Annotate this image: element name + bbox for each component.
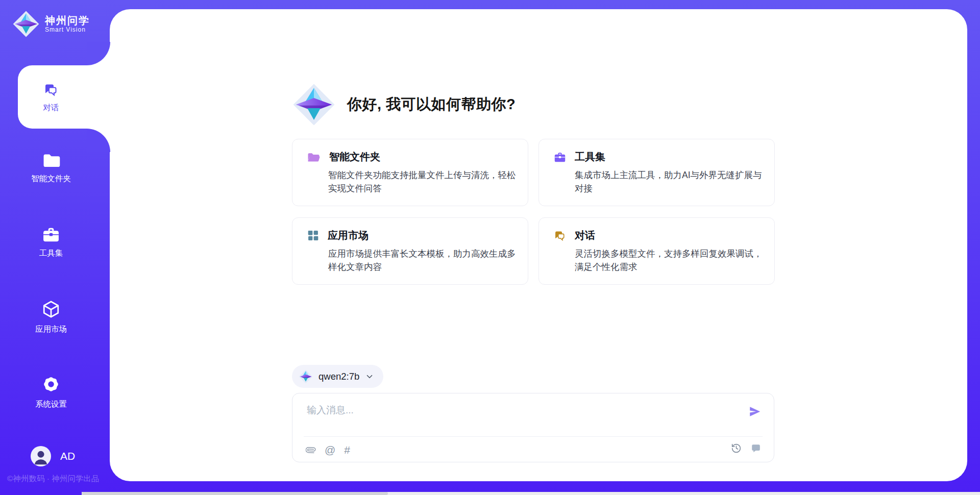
copyright-footer: ©神州数码 · 神州问学出品 xyxy=(7,474,99,484)
chat-bubble-icon[interactable] xyxy=(750,442,762,454)
toolbox-icon xyxy=(41,225,61,243)
chat-icon xyxy=(43,82,59,98)
hash-icon[interactable]: # xyxy=(344,442,350,458)
sidebar-item-app-market[interactable]: 应用市场 xyxy=(0,299,102,335)
sidebar-item-label: 系统设置 xyxy=(35,399,67,410)
card-smart-folder[interactable]: 智能文件夹 智能文件夹功能支持批量文件上传与清洗，轻松实现文件问答 xyxy=(292,139,528,206)
card-title: 智能文件夹 xyxy=(329,150,380,164)
sidebar-item-settings[interactable]: 系统设置 xyxy=(0,374,102,410)
card-description: 集成市场上主流工具，助力AI与外界无缝扩展与对接 xyxy=(575,168,770,195)
mention-icon[interactable]: @ xyxy=(325,442,335,458)
history-icon[interactable] xyxy=(731,443,742,454)
assistant-gem-icon xyxy=(292,83,336,127)
user-profile[interactable]: AD xyxy=(31,446,75,466)
user-name: AD xyxy=(60,450,75,462)
toolbox-icon xyxy=(553,151,567,163)
card-description: 智能文件夹功能支持批量文件上传与清洗，轻松实现文件问答 xyxy=(328,168,523,195)
sidebar-item-toolset[interactable]: 工具集 xyxy=(0,225,102,259)
composer-divider xyxy=(304,436,763,437)
sidebar-item-label: 对话 xyxy=(43,103,59,113)
grid-icon xyxy=(307,229,320,242)
sidebar-item-label: 智能文件夹 xyxy=(31,174,71,184)
folder-open-icon xyxy=(307,151,321,163)
paperclip-icon[interactable] xyxy=(306,444,316,456)
card-description: 应用市场提供丰富长文本模板，助力高效生成多样化文章内容 xyxy=(328,247,523,274)
brand-gem-icon xyxy=(12,10,40,38)
model-selector[interactable]: qwen2:7b xyxy=(292,365,383,388)
brand-name: 神州问学 xyxy=(45,15,90,26)
sidebar-item-smart-folder[interactable]: 智能文件夹 xyxy=(0,152,102,184)
greeting-block: 你好, 我可以如何帮助你? xyxy=(292,83,516,127)
scrollbar-thumb[interactable] xyxy=(82,492,388,495)
brand-logo: 神州问学 Smart Vision xyxy=(12,10,90,38)
user-icon xyxy=(31,446,51,466)
folder-icon xyxy=(41,152,61,169)
card-description: 灵活切换多模型文件，支持多样回复效果调试，满足个性化需求 xyxy=(575,247,770,274)
model-gem-icon xyxy=(299,369,313,384)
card-app-market[interactable]: 应用市场 应用市场提供丰富长文本模板，助力高效生成多样化文章内容 xyxy=(292,217,528,285)
card-title: 工具集 xyxy=(575,150,605,164)
cube-icon xyxy=(41,299,61,319)
app-root: 神州问学 Smart Vision 对话 智能文件夹 工具集 xyxy=(0,0,980,495)
gear-icon xyxy=(41,374,61,394)
horizontal-scrollbar xyxy=(82,492,980,495)
avatar xyxy=(31,446,51,466)
sidebar-item-chat[interactable]: 对话 xyxy=(0,82,102,113)
card-title: 应用市场 xyxy=(328,229,369,242)
message-composer[interactable]: 输入消息... @ # xyxy=(292,393,774,462)
greeting-text: 你好, 我可以如何帮助你? xyxy=(347,94,516,115)
message-input[interactable]: 输入消息... xyxy=(307,404,354,417)
chat-bubbles-icon xyxy=(553,229,567,242)
card-toolset[interactable]: 工具集 集成市场上主流工具，助力AI与外界无缝扩展与对接 xyxy=(538,139,775,206)
card-chat[interactable]: 对话 灵活切换多模型文件，支持多样回复效果调试，满足个性化需求 xyxy=(538,217,775,285)
card-title: 对话 xyxy=(575,229,595,242)
sidebar-item-label: 应用市场 xyxy=(35,324,67,335)
sidebar-item-label: 工具集 xyxy=(39,248,63,259)
chevron-down-icon xyxy=(365,372,374,381)
brand-subtitle: Smart Vision xyxy=(45,26,90,33)
send-icon[interactable] xyxy=(748,405,762,418)
model-name: qwen2:7b xyxy=(318,371,359,382)
